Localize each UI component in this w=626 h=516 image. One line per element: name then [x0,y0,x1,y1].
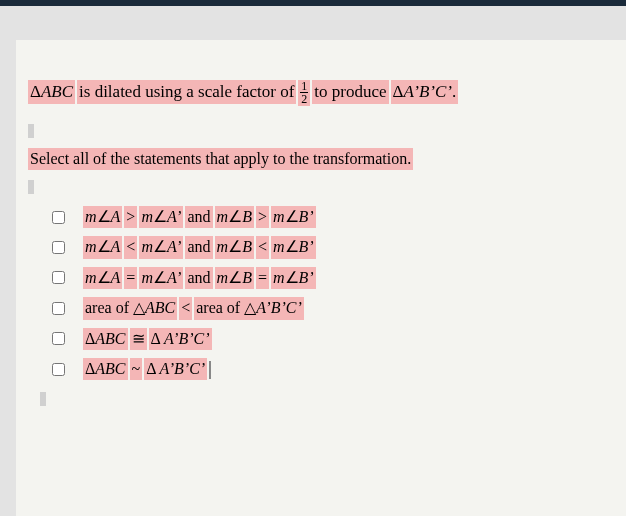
triangle-abc-prime: A’B’C’ [403,82,451,101]
option-2: m∠A<m∠A’ and m∠B<m∠B’ [52,236,606,258]
options-list: m∠A>m∠A’ and m∠B>m∠B’ m∠A<m∠A’ and m∠B<m… [28,206,606,380]
stem-text-1: is dilated using a scale factor of [77,80,296,104]
triangle-abc: ABC [41,82,73,101]
option-5-checkbox[interactable] [52,332,65,345]
option-3: m∠A=m∠A’ and m∠B=m∠B’ [52,267,606,289]
top-bar [0,0,626,6]
fraction-numerator: 1 [300,80,308,93]
option-4: area of △ABC< area of △A’B’C’ [52,297,606,319]
fraction-denominator: 2 [300,93,308,105]
option-2-checkbox[interactable] [52,241,65,254]
cursor-mark-1 [28,120,606,138]
option-4-checkbox[interactable] [52,302,65,315]
option-6: ΔABC~Δ A’B’C’ [52,358,606,380]
option-1-checkbox[interactable] [52,211,65,224]
question-stem: ΔABC is dilated using a scale factor of … [28,80,606,106]
option-5: ΔABC≅Δ A’B’C’ [52,328,606,350]
scale-factor-fraction: 12 [300,80,308,105]
text-cursor [209,361,211,379]
prompt-line: Select all of the statements that apply … [28,148,606,170]
option-3-checkbox[interactable] [52,271,65,284]
option-6-checkbox[interactable] [52,363,65,376]
cursor-mark-2 [28,176,606,194]
stem-text-2: to produce [312,80,388,104]
cursor-mark-3 [40,388,606,406]
option-1: m∠A>m∠A’ and m∠B>m∠B’ [52,206,606,228]
question-page: ΔABC is dilated using a scale factor of … [16,40,626,516]
prompt-text: Select all of the statements that apply … [28,148,413,170]
